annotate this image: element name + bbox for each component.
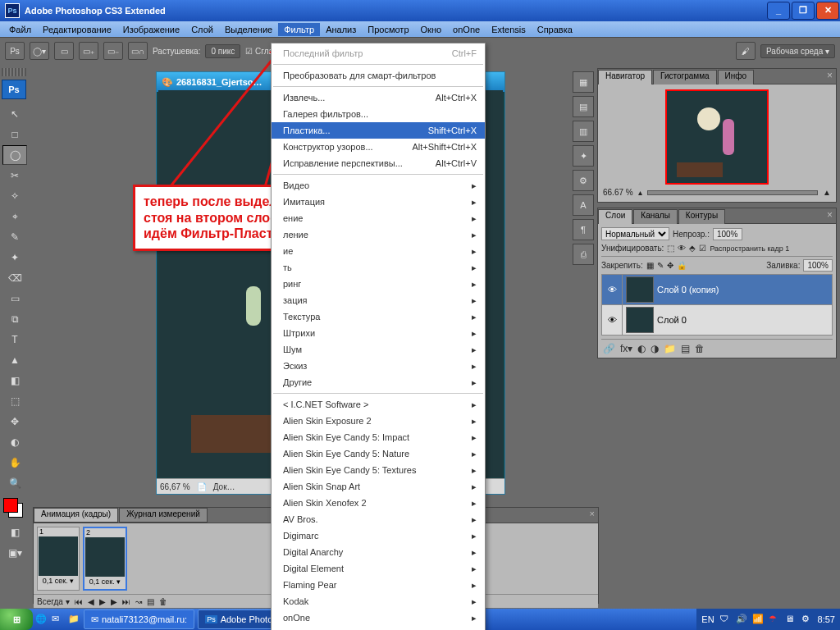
- zoom-out-icon[interactable]: ▴: [638, 188, 642, 197]
- tool-4[interactable]: ✧: [2, 186, 27, 206]
- tool-0[interactable]: ↖: [2, 104, 27, 124]
- propagate-checkbox[interactable]: ☑: [699, 244, 706, 253]
- tool-13[interactable]: ◧: [2, 371, 27, 390]
- tab-histogram[interactable]: Гистограмма: [653, 70, 717, 84]
- menu-item[interactable]: Имитация▸: [272, 194, 485, 210]
- menu-item[interactable]: Шум▸: [272, 341, 485, 358]
- loop-select[interactable]: Всегда ▾: [37, 597, 70, 606]
- delete-frame-icon[interactable]: 🗑: [159, 597, 167, 606]
- sub-selection-button[interactable]: ▭₋: [103, 42, 123, 60]
- intersect-selection-button[interactable]: ▭∩: [128, 42, 148, 60]
- menu-окно[interactable]: Окно: [415, 23, 448, 36]
- zoom-in-icon[interactable]: ▲: [823, 188, 831, 197]
- menu-item[interactable]: Штрихи▸: [272, 325, 485, 341]
- layer-fx-icon[interactable]: fx▾: [620, 343, 632, 354]
- menu-item[interactable]: Alien Skin Eye Candy 5: Textures▸: [272, 462, 485, 478]
- next-frame-icon[interactable]: ▶: [111, 597, 117, 606]
- lock-position-icon[interactable]: ✥: [667, 261, 673, 270]
- menu-item[interactable]: ринг▸: [272, 276, 485, 292]
- tool-preset-button[interactable]: ◯▾: [30, 42, 49, 60]
- tray-icon[interactable]: 🛡: [719, 614, 731, 625]
- tween-icon[interactable]: ↝: [135, 597, 142, 606]
- delete-layer-icon[interactable]: 🗑: [695, 343, 705, 354]
- dock-icon-7[interactable]: ⎙: [573, 244, 594, 265]
- menu-item[interactable]: Alien Skin Eye Candy 5: Nature▸: [272, 445, 485, 462]
- tab-channels[interactable]: Каналы: [633, 209, 678, 224]
- menu-анализ[interactable]: Анализ: [320, 23, 362, 36]
- menu-item[interactable]: ение▸: [272, 210, 485, 226]
- tool-3[interactable]: ✂: [2, 166, 27, 185]
- menu-item[interactable]: Flaming Pear▸: [272, 577, 485, 593]
- menu-item[interactable]: Digimarc▸: [272, 527, 485, 544]
- tray-icon[interactable]: 🖥: [785, 614, 797, 625]
- dock-icon-6[interactable]: ¶: [573, 219, 594, 240]
- prev-frame-icon[interactable]: ◀: [88, 597, 94, 606]
- tab-paths[interactable]: Контуры: [678, 209, 725, 224]
- maximize-button[interactable]: ❐: [792, 2, 815, 20]
- quicklaunch-ie-icon[interactable]: 🌐: [35, 614, 47, 625]
- dock-icon-1[interactable]: ▤: [573, 96, 594, 117]
- menu-редактирование[interactable]: Редактирование: [37, 23, 117, 36]
- new-group-icon[interactable]: 📁: [664, 343, 676, 354]
- lock-transparency-icon[interactable]: ▦: [646, 261, 654, 270]
- tool-16[interactable]: ◐: [2, 432, 27, 452]
- fill-input[interactable]: 100%: [803, 259, 833, 272]
- opacity-input[interactable]: 100%: [713, 228, 742, 240]
- unify-style-icon[interactable]: ⬘: [689, 244, 696, 253]
- panel-close-icon[interactable]: ×: [824, 208, 836, 223]
- menu-выделение[interactable]: Выделение: [219, 23, 278, 36]
- menu-item[interactable]: Alien Skin Snap Art▸: [272, 478, 485, 495]
- animation-frame[interactable]: 20,1 сек. ▾: [83, 527, 127, 591]
- menu-onone[interactable]: onOne: [447, 23, 486, 36]
- unify-visibility-icon[interactable]: 👁: [678, 244, 686, 253]
- menu-фильтр[interactable]: Фильтр: [278, 23, 320, 36]
- tool-18[interactable]: 🔍: [2, 473, 27, 493]
- tray-antivirus-icon[interactable]: ☂: [769, 614, 780, 625]
- menu-item[interactable]: Digital Element▸: [272, 560, 485, 577]
- menu-просмотр[interactable]: Просмотр: [362, 23, 414, 36]
- feather-input[interactable]: 0 пикс: [205, 44, 240, 58]
- visibility-icon[interactable]: 👁: [602, 275, 623, 304]
- quicklaunch-folder-icon[interactable]: 📁: [68, 614, 80, 625]
- tool-9[interactable]: ▭: [2, 289, 27, 308]
- zoom-slider[interactable]: [647, 190, 818, 195]
- menu-item[interactable]: ть▸: [272, 259, 485, 276]
- brush-panel-icon[interactable]: 🖌: [736, 42, 756, 60]
- add-selection-button[interactable]: ▭₊: [79, 42, 98, 60]
- tool-15[interactable]: ✥: [2, 412, 27, 431]
- tab-info[interactable]: Инфо: [718, 70, 755, 84]
- ps-home-icon[interactable]: Ps: [5, 42, 25, 60]
- tray-icon[interactable]: 🔊: [736, 614, 747, 625]
- menu-item[interactable]: Alien Skin Exposure 2▸: [272, 413, 485, 429]
- tab-navigator[interactable]: Навигатор: [598, 70, 652, 84]
- new-layer-icon[interactable]: ▤: [681, 343, 690, 354]
- tray-clock[interactable]: 8:57: [818, 614, 835, 624]
- animation-frame[interactable]: 10,1 сек. ▾: [37, 527, 80, 591]
- dock-icon-0[interactable]: ▦: [573, 71, 594, 93]
- tray-icon[interactable]: 📶: [752, 614, 764, 625]
- menu-item[interactable]: Alien Skin Eye Candy 5: Impact▸: [272, 429, 485, 445]
- minimize-button[interactable]: _: [767, 2, 790, 20]
- menu-item[interactable]: ие▸: [272, 243, 485, 259]
- menu-item[interactable]: Текстура▸: [272, 308, 485, 325]
- tab-measurement-log[interactable]: Журнал измерений: [119, 508, 208, 523]
- menu-item[interactable]: Эскиз▸: [272, 358, 485, 374]
- menu-item[interactable]: Другие▸: [272, 374, 485, 390]
- tool-5[interactable]: ⌖: [2, 207, 27, 226]
- link-layers-icon[interactable]: 🔗: [603, 343, 615, 354]
- new-selection-button[interactable]: ▭: [54, 42, 74, 60]
- menu-item[interactable]: зация▸: [272, 292, 485, 308]
- menu-item[interactable]: Конструктор узоров...Alt+Shift+Ctrl+X: [272, 139, 485, 155]
- tool-1[interactable]: □: [2, 125, 27, 144]
- menu-item[interactable]: ление▸: [272, 226, 485, 243]
- taskbar-item-mail[interactable]: ✉natali73123@mail.ru:: [84, 609, 194, 629]
- tab-animation-frames[interactable]: Анимация (кадры): [34, 508, 118, 523]
- tray-icon[interactable]: ⚙: [801, 614, 813, 625]
- tool-17[interactable]: ✋: [2, 453, 27, 472]
- dock-icon-2[interactable]: ▥: [573, 121, 594, 142]
- zoom-display[interactable]: 66,67 %: [160, 482, 190, 491]
- tool-12[interactable]: ▲: [2, 350, 27, 370]
- tool-14[interactable]: ⬚: [2, 391, 27, 411]
- layer-row[interactable]: 👁Слой 0: [601, 304, 833, 336]
- menu-item[interactable]: Digital Anarchy▸: [272, 544, 485, 560]
